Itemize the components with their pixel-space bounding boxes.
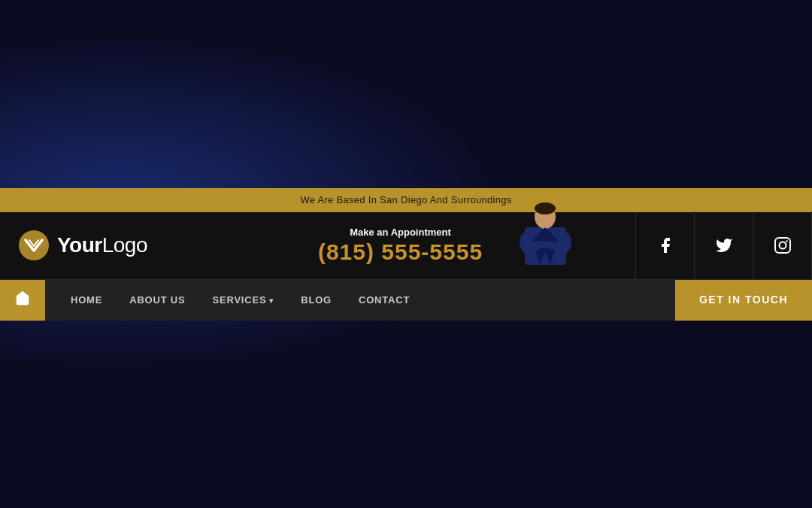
svg-point-9: [786, 240, 787, 242]
person-svg: [517, 199, 574, 265]
nav-item-about[interactable]: ABOUT US: [116, 280, 198, 321]
nav-item-blog[interactable]: BLOG: [287, 280, 345, 321]
nav-item-services[interactable]: SERVICES ▾: [199, 280, 288, 321]
facebook-icon[interactable]: [636, 211, 695, 279]
logo-text: YourLogo: [57, 233, 147, 257]
home-icon: [14, 290, 31, 311]
nav-home-button[interactable]: [0, 280, 45, 321]
nav-item-contact[interactable]: CONTACT: [345, 280, 423, 321]
svg-point-8: [779, 242, 786, 249]
nav-links: HOME ABOUT US SERVICES ▾ BLOG CONTACT: [45, 280, 675, 321]
appointment-block[interactable]: Make an Appointment (815) 555-5555: [318, 227, 483, 265]
nav-cta-button[interactable]: GET IN TOUCH: [675, 280, 812, 321]
services-dropdown-arrow: ▾: [269, 297, 274, 305]
header-center: Make an Appointment (815) 555-5555: [165, 227, 635, 265]
svg-rect-7: [775, 238, 790, 253]
site-header: YourLogo Make an Appointment (815) 555-5…: [0, 212, 812, 280]
top-bar: We Are Based In San Diego And Surroundin…: [0, 188, 812, 212]
instagram-icon[interactable]: [753, 211, 812, 279]
person-image: [515, 197, 575, 265]
social-section: [635, 212, 812, 279]
twitter-icon[interactable]: [695, 211, 753, 279]
nav-item-home[interactable]: HOME: [57, 280, 116, 321]
appointment-phone[interactable]: (815) 555-5555: [318, 239, 483, 265]
logo-section[interactable]: YourLogo: [0, 230, 165, 261]
svg-point-3: [535, 202, 556, 214]
appointment-label: Make an Appointment: [318, 227, 483, 238]
top-bar-text: We Are Based In San Diego And Surroundin…: [300, 194, 511, 205]
logo-icon: [18, 230, 50, 261]
navbar: HOME ABOUT US SERVICES ▾ BLOG CONTACT GE…: [0, 280, 812, 321]
